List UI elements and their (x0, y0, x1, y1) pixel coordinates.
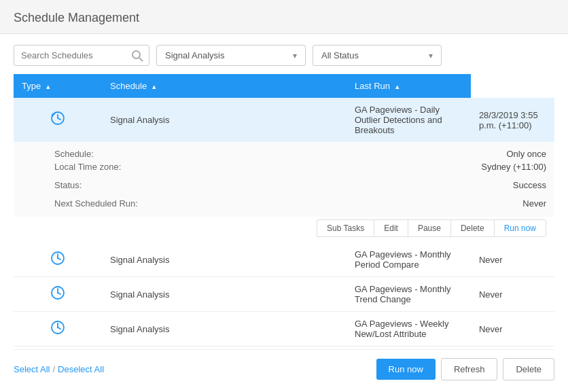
search-input[interactable] (14, 45, 149, 66)
schedule-value: Only once (300, 149, 546, 159)
row1-schedule: GA Pageviews - Daily Outlier Detections … (347, 98, 471, 142)
signal-analysis-label: Signal Analysis (165, 50, 224, 60)
sort-type-icon: ▴ (46, 82, 50, 90)
run-now-bottom-button[interactable]: Run now (376, 359, 436, 380)
svg-line-1 (139, 58, 143, 61)
detail-grid-3: Next Scheduled Run: Never (54, 196, 546, 211)
schedule-table: Type ▴ Schedule ▴ Last Run ▴ (14, 74, 554, 346)
delete-button[interactable]: Delete (450, 219, 494, 237)
search-wrapper (14, 45, 149, 66)
sort-schedule-icon: ▴ (152, 82, 156, 90)
row4-lastrun: Never (471, 312, 554, 346)
chevron-down-icon-2: ▾ (429, 51, 433, 60)
header-schedule[interactable]: Schedule ▴ (102, 74, 347, 98)
status-label: Status: (54, 180, 300, 190)
signal-analysis-dropdown[interactable]: Signal Analysis ▾ (156, 45, 306, 66)
table-body: Signal Analysis GA Pageviews - Daily Out… (14, 98, 554, 346)
row1-detail-cell: Schedule: Only once Local Time zone: Syd… (14, 142, 554, 217)
schedule-icon-4 (50, 320, 65, 338)
link-separator: / (52, 364, 55, 374)
status-value: Success (300, 180, 546, 190)
detail-grid: Schedule: Only once Local Time zone: Syd… (54, 146, 546, 175)
pause-button[interactable]: Pause (408, 219, 450, 237)
svg-point-10 (57, 291, 58, 293)
table-row[interactable]: Signal Analysis GA Pageviews - Daily Out… (14, 98, 554, 142)
row4-icon-cell (14, 312, 102, 346)
row3-lastrun: Never (471, 277, 554, 312)
row3-icon-cell (14, 277, 102, 312)
row2-icon-cell (14, 243, 102, 277)
deselect-all-link[interactable]: Deselect All (58, 364, 104, 374)
row1-actions-cell: Sub Tasks Edit Pause Delete Run now (14, 217, 554, 243)
svg-point-6 (57, 257, 58, 258)
schedule-label: Schedule: (54, 149, 300, 159)
select-links: Select All / Deselect All (14, 364, 104, 374)
action-buttons: Sub Tasks Edit Pause Delete Run now (14, 219, 546, 237)
refresh-button[interactable]: Refresh (441, 358, 498, 380)
bottom-actions: Run now Refresh Delete (376, 358, 554, 380)
row1-type: Signal Analysis (102, 98, 347, 142)
svg-point-0 (132, 51, 140, 58)
timezone-value: Sydney (+11:00) (300, 162, 546, 172)
search-icon (130, 49, 144, 63)
select-all-link[interactable]: Select All (14, 364, 50, 374)
sort-lastrun-icon: ▴ (395, 82, 400, 90)
page-title: Schedule Management (0, 0, 568, 33)
schedule-icon-1 (50, 111, 65, 129)
run-now-button[interactable]: Run now (494, 219, 546, 237)
svg-point-14 (57, 326, 58, 327)
page-container: Schedule Management Signal Analysis ▾ Al… (0, 0, 568, 392)
next-run-label: Next Scheduled Run: (54, 198, 300, 209)
row3-type: Signal Analysis (102, 277, 347, 312)
row1-lastrun: 28/3/2019 3:55 p.m. (+11:00) (471, 98, 554, 142)
row3-schedule: GA Pageviews - Monthly Trend Change (347, 277, 471, 312)
chevron-down-icon: ▾ (293, 51, 297, 60)
row4-type: Signal Analysis (102, 312, 347, 346)
header-lastrun[interactable]: Last Run ▴ (347, 74, 471, 98)
detail-grid-2: Status: Success (54, 177, 546, 193)
content-area: Signal Analysis ▾ All Status ▾ Type ▴ Sc… (0, 34, 568, 392)
table-row[interactable]: Signal Analysis GA Pageviews - Monthly P… (14, 243, 554, 277)
row2-lastrun: Never (471, 243, 554, 277)
row2-schedule: GA Pageviews - Monthly Period Compare (347, 243, 471, 277)
toolbar: Signal Analysis ▾ All Status ▾ (14, 45, 554, 66)
table-row[interactable]: Signal Analysis GA Pageviews - Weekly Ne… (14, 312, 554, 346)
delete-bottom-button[interactable]: Delete (503, 358, 554, 380)
all-status-dropdown[interactable]: All Status ▾ (313, 45, 442, 66)
subtasks-button[interactable]: Sub Tasks (317, 219, 374, 237)
row1-detail: Schedule: Only once Local Time zone: Syd… (14, 142, 554, 217)
row2-type: Signal Analysis (102, 243, 347, 277)
row1-actions: Sub Tasks Edit Pause Delete Run now (14, 217, 554, 243)
table-row[interactable]: Signal Analysis GA Pageviews - Monthly T… (14, 277, 554, 312)
table-header: Type ▴ Schedule ▴ Last Run ▴ (14, 74, 554, 98)
schedule-icon-2 (50, 251, 65, 269)
schedule-icon-3 (50, 285, 65, 304)
next-run-value: Never (300, 198, 546, 209)
header-type[interactable]: Type ▴ (14, 74, 102, 98)
timezone-label: Local Time zone: (54, 162, 300, 172)
row1-icon-cell (14, 98, 102, 142)
row4-schedule: GA Pageviews - Weekly New/Lost Attribute (347, 312, 471, 346)
all-status-label: All Status (321, 50, 359, 60)
edit-button[interactable]: Edit (374, 219, 408, 237)
bottom-bar: Select All / Deselect All Run now Refres… (14, 349, 554, 383)
